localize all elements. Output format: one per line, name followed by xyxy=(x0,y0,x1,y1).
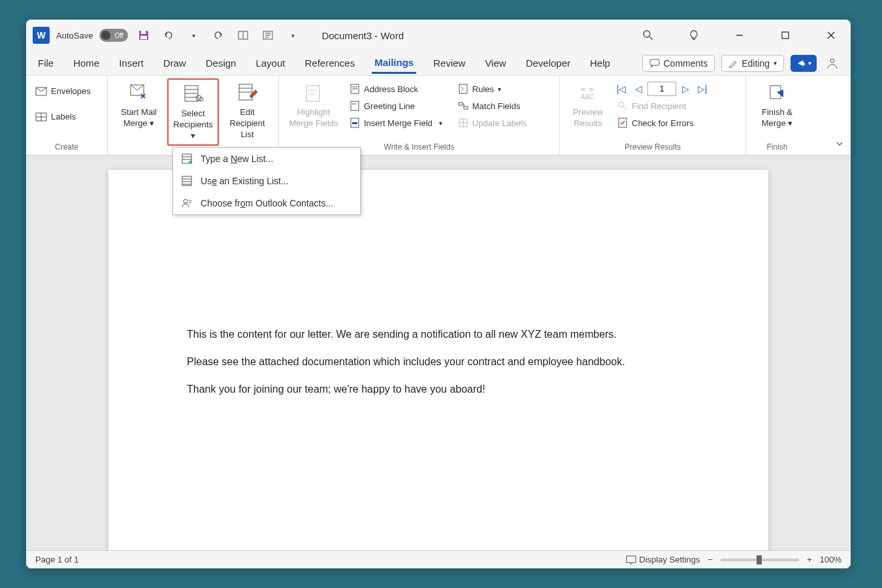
last-record-button[interactable]: ▷| xyxy=(694,81,710,97)
zoom-level[interactable]: 100% xyxy=(820,555,841,564)
finish-merge-button[interactable]: Finish &Merge ▾ xyxy=(751,78,803,132)
zoom-thumb[interactable] xyxy=(757,555,762,564)
edit-recipient-list-button[interactable]: EditRecipient List xyxy=(221,78,273,143)
undo-button[interactable] xyxy=(159,26,178,44)
type-new-list-item[interactable]: + Type a New List... xyxy=(173,148,360,170)
next-record-button[interactable]: ▷ xyxy=(678,81,693,97)
comments-label: Comments xyxy=(664,58,708,69)
svg-rect-38 xyxy=(459,103,463,105)
outlook-contacts-label: Choose from Outlook Contacts... xyxy=(201,198,333,208)
tab-help[interactable]: Help xyxy=(587,54,613,73)
address-block-label: Address Block xyxy=(364,84,418,94)
display-settings-button[interactable]: Display Settings xyxy=(626,555,700,564)
outlook-contacts-item[interactable]: Choose from Outlook Contacts... xyxy=(173,192,360,214)
svg-rect-39 xyxy=(464,106,468,109)
tab-design[interactable]: Design xyxy=(203,54,239,73)
start-mail-merge-button[interactable]: Start MailMerge ▾ xyxy=(113,78,165,132)
document-page[interactable]: This is the content for our letter. We a… xyxy=(108,170,768,550)
editing-label: Editing xyxy=(742,58,770,69)
svg-line-46 xyxy=(623,106,627,110)
svg-rect-33 xyxy=(351,101,359,110)
envelopes-button[interactable]: Envelopes xyxy=(31,84,95,99)
tab-developer[interactable]: Developer xyxy=(523,54,573,73)
envelopes-label: Envelopes xyxy=(51,86,91,96)
check-errors-label: Check for Errors xyxy=(632,118,694,128)
find-recipient-button[interactable]: Find Recipient xyxy=(613,98,710,114)
search-button[interactable] xyxy=(635,22,661,48)
paragraph-3[interactable]: Thank you for joining our team; we're ha… xyxy=(187,382,690,397)
tab-layout[interactable]: Layout xyxy=(253,54,287,73)
tab-draw[interactable]: Draw xyxy=(161,54,189,73)
ribbon-collapse-button[interactable] xyxy=(835,139,844,148)
tab-insert[interactable]: Insert xyxy=(116,54,146,73)
page-info[interactable]: Page 1 of 1 xyxy=(35,555,79,564)
svg-rect-28 xyxy=(308,90,318,91)
labels-button[interactable]: Labels xyxy=(31,109,95,124)
zoom-slider[interactable] xyxy=(721,559,799,561)
preview-results-button[interactable]: ≪ ≫ABC PreviewResults xyxy=(565,78,611,132)
insert-merge-field-button[interactable]: Insert Merge Field ▾ xyxy=(346,115,446,131)
zoom-in-button[interactable]: + xyxy=(807,555,812,564)
preview-icon: ≪ ≫ABC xyxy=(576,81,600,105)
svg-rect-0 xyxy=(141,31,146,34)
highlight-merge-fields-button[interactable]: HighlightMerge Fields xyxy=(284,78,343,132)
svg-rect-11 xyxy=(650,59,659,65)
paragraph-1[interactable]: This is the content for our letter. We a… xyxy=(187,327,690,342)
group-finish-label: Finish xyxy=(751,140,803,155)
redo-button[interactable] xyxy=(209,26,227,44)
edit-recipient-label: EditRecipient List xyxy=(223,107,272,140)
tab-review[interactable]: Review xyxy=(431,54,468,73)
autosave-toggle[interactable]: Off xyxy=(99,29,128,42)
select-recipients-button[interactable]: SelectRecipients ▾ xyxy=(167,78,219,146)
use-existing-list-item[interactable]: Use an Existing List... xyxy=(173,170,360,192)
group-create-label: Create xyxy=(31,140,102,155)
tab-home[interactable]: Home xyxy=(71,54,102,73)
qat-customize[interactable]: ▾ xyxy=(284,26,302,44)
editing-mode-button[interactable]: Editing ▾ xyxy=(721,55,784,72)
save-button[interactable] xyxy=(135,26,153,44)
update-labels-label: Update Labels xyxy=(472,118,527,128)
qat-btn-4[interactable] xyxy=(234,26,252,44)
share-button[interactable]: ▾ xyxy=(791,55,817,72)
autosave-label: AutoSave xyxy=(56,31,93,41)
record-number-input[interactable] xyxy=(647,82,676,96)
group-preview-label: Preview Results xyxy=(565,140,740,155)
svg-text:ABC: ABC xyxy=(581,93,595,101)
highlight-icon xyxy=(302,81,325,105)
tab-file[interactable]: File xyxy=(35,54,56,73)
ribbon-tabs: File Home Insert Draw Design Layout Refe… xyxy=(26,51,851,76)
check-errors-button[interactable]: Check for Errors xyxy=(613,115,710,131)
start-mail-merge-label: Start MailMerge ▾ xyxy=(121,107,157,129)
comments-button[interactable]: Comments xyxy=(642,55,715,72)
tab-mailings[interactable]: Mailings xyxy=(372,53,416,74)
close-button[interactable] xyxy=(818,22,844,48)
paragraph-2[interactable]: Please see the attached documentation wh… xyxy=(187,354,690,370)
svg-text:≪ ≫: ≪ ≫ xyxy=(580,86,594,93)
labels-label: Labels xyxy=(51,112,76,122)
type-new-list-label: Type a New List... xyxy=(201,154,273,164)
account-icon[interactable] xyxy=(823,54,841,73)
list-icon: + xyxy=(181,153,193,165)
address-block-button[interactable]: Address Block xyxy=(346,81,446,97)
document-title: Document3 - Word xyxy=(321,30,404,41)
maximize-button[interactable] xyxy=(772,22,798,48)
rules-button[interactable]: Rules ▾ xyxy=(454,81,531,97)
document-area[interactable]: This is the content for our letter. We a… xyxy=(26,155,851,550)
svg-rect-36 xyxy=(352,122,357,124)
svg-rect-49 xyxy=(627,556,636,563)
match-fields-button[interactable]: Match Fields xyxy=(454,98,531,114)
minimize-button[interactable] xyxy=(727,22,753,48)
tab-references[interactable]: References xyxy=(302,54,357,73)
mail-merge-icon xyxy=(127,81,150,105)
zoom-out-button[interactable]: − xyxy=(708,555,713,564)
update-labels-button[interactable]: Update Labels xyxy=(454,115,531,131)
first-record-button[interactable]: |◁ xyxy=(613,81,629,97)
lightbulb-icon[interactable] xyxy=(681,22,707,48)
qat-btn-5[interactable] xyxy=(259,26,277,44)
undo-dropdown[interactable]: ▾ xyxy=(184,26,203,44)
word-app-icon: W xyxy=(33,27,50,44)
prev-record-button[interactable]: ◁ xyxy=(630,81,646,97)
tab-view[interactable]: View xyxy=(482,54,508,73)
greeting-line-button[interactable]: Greeting Line xyxy=(346,98,446,114)
word-window: W AutoSave Off ▾ ▾ Document3 - Word xyxy=(26,20,851,568)
